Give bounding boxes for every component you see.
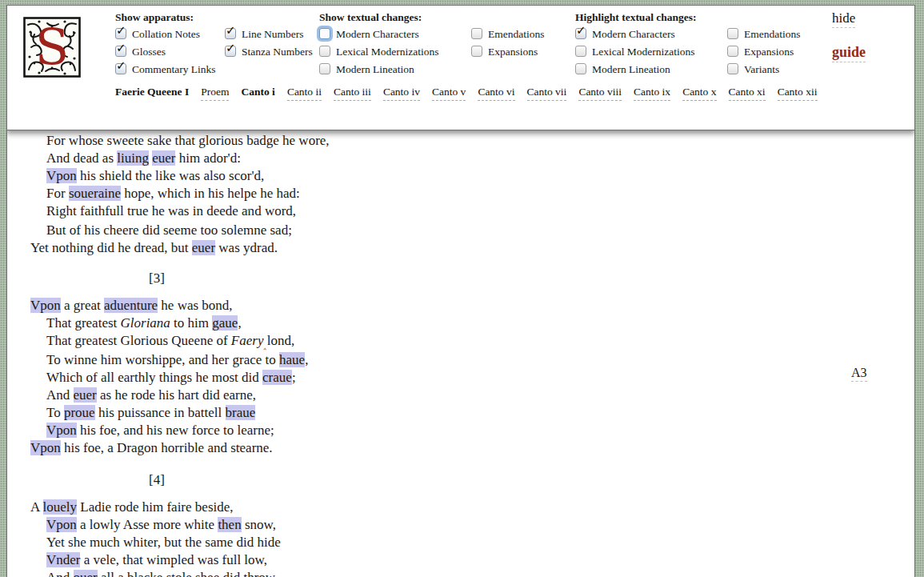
- checked-checkbox[interactable]: ✓: [575, 28, 586, 39]
- modernized-text-highlight: then: [218, 517, 241, 532]
- group-title: Show textual changes:: [319, 11, 545, 28]
- nav-canto-vi[interactable]: Canto vi: [478, 86, 514, 101]
- verse-text: all a blacke stole shee did throw,: [98, 570, 278, 577]
- nav-canto-xii[interactable]: Canto xii: [778, 86, 818, 101]
- verse-text: a great: [61, 298, 104, 313]
- checkbox-item-glosses[interactable]: ✓Glosses: [115, 46, 225, 63]
- unchecked-checkbox[interactable]: [575, 63, 586, 74]
- verse-line: To winne him worshippe, and her grace to…: [46, 351, 914, 369]
- group-title: Highlight textual changes:: [575, 11, 801, 28]
- checkbox-item-modern-lineation[interactable]: Modern Lineation: [319, 63, 471, 81]
- nav-canto-iv[interactable]: Canto iv: [383, 86, 420, 101]
- nav-canto-x[interactable]: Canto x: [682, 86, 716, 101]
- verse-line: But of his cheere did seeme too solemne …: [46, 222, 914, 239]
- poem: For whose sweete sake that glorious badg…: [7, 132, 914, 577]
- verse-line: Yet she much whiter, but the same did hi…: [46, 534, 914, 551]
- hide-link[interactable]: hide: [832, 10, 855, 28]
- checkbox-label: Modern Characters: [592, 28, 675, 40]
- nav-canto-vii[interactable]: Canto vii: [527, 86, 567, 101]
- checkbox-item-variants[interactable]: Variants: [727, 63, 801, 81]
- nav-canto-iii[interactable]: Canto iii: [334, 86, 371, 101]
- guide-link[interactable]: guide: [832, 44, 866, 62]
- nav-canto-ix[interactable]: Canto ix: [634, 86, 670, 101]
- verse-line: Vpon his shield the like was also scor'd…: [46, 167, 914, 185]
- unchecked-checkbox[interactable]: [471, 46, 482, 57]
- verse-text: And dead as: [46, 150, 117, 166]
- nav-canto-ii[interactable]: Canto ii: [287, 86, 322, 101]
- checked-checkbox[interactable]: ✓: [115, 63, 126, 74]
- checkbox-label: Variants: [744, 63, 779, 75]
- checkbox-item-line-numbers[interactable]: ✓Line Numbers: [225, 28, 313, 46]
- checkbox-label: Line Numbers: [242, 28, 304, 40]
- check-mark-icon: ✓: [576, 23, 586, 38]
- verse-text: a lowly Asse more white: [77, 517, 218, 532]
- checkbox-item-expansions[interactable]: Expansions: [727, 46, 801, 63]
- checkbox-item-collation-notes[interactable]: ✓Collation Notes: [115, 28, 225, 46]
- verse-line: A louely Ladie rode him faire beside,: [30, 499, 914, 516]
- stanza: For whose sweete sake that glorious badg…: [30, 132, 914, 257]
- verse-text: A: [30, 499, 43, 515]
- unchecked-checkbox[interactable]: [319, 28, 330, 39]
- verse-line: That greatest Glorious Queene of Faery‸ …: [46, 332, 914, 351]
- modernized-text-highlight: euer: [192, 240, 215, 255]
- modernized-text-highlight: louely: [43, 499, 78, 515]
- unchecked-checkbox[interactable]: [319, 46, 330, 57]
- checkbox-item-lexical-modernizations[interactable]: Lexical Modernizations: [319, 46, 471, 63]
- modernized-text-highlight: aduenture: [104, 298, 158, 313]
- modernized-text-highlight: Vpon: [30, 298, 61, 313]
- checked-checkbox[interactable]: ✓: [115, 28, 126, 39]
- verse-text: arne.: [246, 440, 273, 455]
- proper-name: Faery: [231, 333, 264, 348]
- stanza-number: [3]: [149, 270, 914, 287]
- verse-text: him ador'd:: [175, 150, 240, 166]
- checkbox-item-modern-lineation[interactable]: Modern Lineation: [575, 63, 727, 81]
- nav-canto-v[interactable]: Canto v: [432, 86, 466, 101]
- verse-line: Vnder a vele, that wimpled was full low,: [46, 551, 914, 569]
- verse-line: Vpon a lowly Asse more white then snow,: [46, 516, 914, 534]
- checkbox-item-stanza-numbers[interactable]: ✓Stanza Numbers: [225, 46, 313, 63]
- unchecked-checkbox[interactable]: [471, 28, 482, 39]
- checkbox-label: Commentary Links: [132, 63, 216, 75]
- checked-checkbox[interactable]: ✓: [115, 46, 126, 57]
- unchecked-checkbox[interactable]: [319, 63, 330, 74]
- check-mark-icon: ✓: [116, 41, 126, 55]
- checkbox-label: Modern Characters: [336, 28, 419, 40]
- verse-line: Yet nothing did he dread, but euer was y…: [30, 239, 914, 257]
- checkbox-item-modern-characters[interactable]: ✓Modern Characters: [575, 28, 727, 46]
- checkbox-item-commentary-links[interactable]: ✓Commentary Links: [115, 63, 225, 81]
- checkbox-item-modern-characters[interactable]: Modern Characters: [319, 28, 471, 46]
- nav-proem[interactable]: Proem: [201, 86, 229, 101]
- verse-line: That greatest Gloriana to him gaue,: [46, 315, 914, 332]
- unchecked-checkbox[interactable]: [727, 46, 738, 57]
- checked-checkbox[interactable]: ✓: [225, 46, 236, 57]
- verse-line: Right faithfull true he was in deede an‸…: [46, 202, 914, 222]
- checkbox-item-emendations[interactable]: Emendations: [471, 28, 545, 46]
- checkbox-item-lexical-modernizations[interactable]: Lexical Modernizations: [575, 46, 727, 63]
- nav-canto-viii[interactable]: Canto viii: [578, 86, 622, 101]
- modernized-text-highlight: gaue: [212, 315, 238, 331]
- verse-line: Vpon his foe, and his new force to learn…: [46, 422, 914, 439]
- proper-name: Gloriana: [121, 315, 170, 331]
- modernized-text-highlight: euer: [152, 150, 175, 166]
- unchecked-checkbox[interactable]: [727, 63, 738, 74]
- unchecked-checkbox[interactable]: [727, 28, 738, 39]
- modernized-text-highlight: ouer: [74, 570, 98, 577]
- verse-text: ,: [238, 315, 241, 331]
- checkbox-label: Modern Lineation: [592, 63, 670, 75]
- verse-text: d word,: [254, 203, 296, 218]
- poem-content: For whose sweete sake that glorious badg…: [7, 132, 914, 577]
- check-mark-icon: ✓: [116, 58, 126, 73]
- ornamental-initial-logo[interactable]: S: [23, 17, 81, 78]
- checkbox-item-expansions[interactable]: Expansions: [471, 46, 545, 63]
- verse-text: ;: [292, 370, 296, 385]
- canto-nav: Faerie Queene IProemCanto iCanto iiCanto…: [115, 86, 818, 101]
- verse-text: Yet she much whiter, but the same did hi…: [46, 535, 281, 550]
- unchecked-checkbox[interactable]: [575, 46, 586, 57]
- checked-checkbox[interactable]: ✓: [225, 28, 236, 39]
- checkbox-item-emendations[interactable]: Emendations: [727, 28, 801, 46]
- signature-link[interactable]: A3: [851, 366, 867, 382]
- verse-line: For soueraine hope, which in his helpe h…: [46, 185, 914, 202]
- modernized-text-highlight: haue: [279, 352, 305, 367]
- verse-text: To: [46, 405, 64, 420]
- nav-canto-xi[interactable]: Canto xi: [729, 86, 766, 101]
